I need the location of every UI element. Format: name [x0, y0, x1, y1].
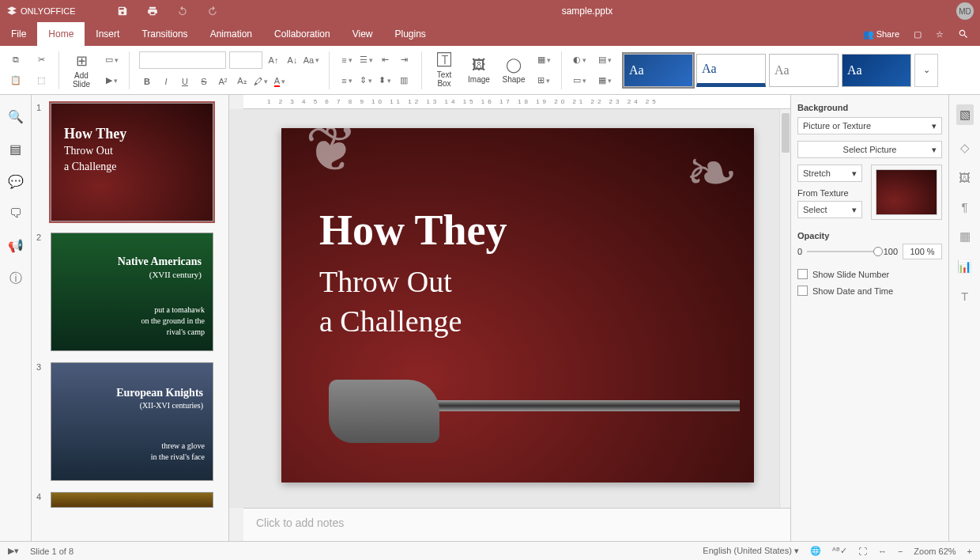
select-icon[interactable]: ⬚ [33, 73, 49, 89]
thumbnails-icon[interactable]: ▤ [9, 142, 21, 157]
theme-3[interactable]: Aa [769, 54, 839, 87]
shape-settings-icon[interactable]: ◇ [960, 141, 970, 155]
subscript-icon[interactable]: A₂ [234, 74, 250, 89]
slide-title-line1[interactable]: How They [319, 206, 507, 255]
texture-select[interactable]: Select▾ [797, 201, 862, 218]
increase-font-icon[interactable]: A↑ [266, 52, 281, 68]
text-box-button[interactable]: 🅃 Text Box [428, 51, 460, 89]
theme-1[interactable]: Aa [624, 54, 693, 87]
about-icon[interactable]: ⓘ [9, 271, 22, 287]
align-left-icon[interactable]: ≡ [339, 73, 355, 89]
tab-plugins[interactable]: Plugins [384, 22, 437, 46]
fit-width-icon[interactable]: ↔ [878, 547, 887, 556]
stretch-select[interactable]: Stretch▾ [797, 165, 862, 182]
font-size-select[interactable] [229, 51, 262, 69]
chart-settings-icon[interactable]: 📊 [957, 259, 972, 274]
tab-animation[interactable]: Animation [199, 22, 263, 46]
slide-panel[interactable]: 1 How They Throw Out a Challenge 2 Nativ… [32, 95, 229, 541]
shape-button[interactable]: ◯ Shape [498, 51, 530, 89]
valign-icon[interactable]: ⬍ [377, 73, 393, 89]
print-icon[interactable] [147, 6, 158, 17]
superscript-icon[interactable]: A² [215, 74, 231, 89]
presentation-mode-icon[interactable]: ▶▾ [8, 546, 19, 556]
indent-inc-icon[interactable]: ⇥ [396, 52, 412, 68]
slide-thumb-2[interactable]: Native Americans (XVII century) put a to… [51, 233, 213, 351]
copy-icon[interactable]: ⧉ [8, 52, 24, 68]
highlight-icon[interactable]: 🖍 [253, 74, 269, 89]
paste-icon[interactable]: 📋 [8, 73, 24, 89]
align-objects-icon[interactable]: ⊞ [536, 73, 552, 89]
table-settings-icon[interactable]: ▦ [959, 229, 971, 244]
show-date-time-checkbox[interactable]: Show Date and Time [797, 286, 942, 296]
shape-fill-icon[interactable]: ◐ [571, 52, 587, 68]
tab-transitions[interactable]: Transitions [130, 22, 198, 46]
paragraph-settings-icon[interactable]: ¶ [961, 200, 967, 214]
spellcheck-icon[interactable]: ᴬᴮ✓ [832, 546, 847, 556]
slide-settings-icon[interactable]: ▧ [956, 104, 974, 125]
opacity-slider[interactable] [807, 251, 879, 252]
tab-home[interactable]: Home [37, 22, 85, 46]
slide-size-icon[interactable]: ▭ [571, 73, 587, 89]
fill-type-select[interactable]: Picture or Texture▾ [797, 117, 942, 134]
opacity-input[interactable]: 100 % [903, 244, 942, 259]
chat-icon[interactable]: 🗨 [9, 206, 22, 221]
font-family-select[interactable] [139, 51, 226, 69]
slide-thumb-3[interactable]: European Knights (XII-XVI centuries) thr… [51, 362, 213, 481]
indent-dec-icon[interactable]: ⇤ [377, 52, 393, 68]
image-button[interactable]: 🖼 Image [463, 51, 495, 89]
slide-title-line3[interactable]: a Challenge [319, 304, 462, 339]
theme-more[interactable]: ⌄ [914, 54, 938, 87]
notes-area[interactable]: Click to add notes [243, 508, 790, 541]
italic-icon[interactable]: I [158, 74, 174, 89]
slide-thumb-1[interactable]: How They Throw Out a Challenge [51, 103, 213, 221]
canvas-scroll[interactable]: ❦ ❧ How They Throw Out a Challenge [229, 109, 790, 508]
redo-icon[interactable] [207, 6, 218, 17]
font-color-icon[interactable]: A [272, 74, 288, 89]
tab-file[interactable]: File [0, 22, 37, 46]
slide-thumb-4[interactable] [51, 492, 213, 508]
theme-4[interactable]: Aa [842, 54, 911, 87]
underline-icon[interactable]: U [177, 74, 193, 89]
feedback-icon[interactable]: 📢 [8, 238, 24, 253]
show-slide-number-checkbox[interactable]: Show Slide Number [797, 269, 942, 279]
strike-icon[interactable]: S [196, 74, 212, 89]
tab-view[interactable]: View [341, 22, 384, 46]
slide-title-line2[interactable]: Throw Out [319, 264, 452, 299]
play-icon[interactable]: ▶ [104, 73, 119, 89]
slide-canvas[interactable]: ❦ ❧ How They Throw Out a Challenge [281, 128, 754, 482]
theme-2[interactable]: Aa [696, 54, 766, 87]
search-icon[interactable] [958, 28, 969, 40]
user-avatar[interactable]: MD [956, 2, 974, 20]
favorite-icon[interactable]: ☆ [936, 29, 944, 40]
tab-insert[interactable]: Insert [85, 22, 130, 46]
comments-icon[interactable]: 💬 [8, 174, 24, 189]
zoom-level[interactable]: Zoom 62% [914, 547, 956, 556]
find-icon[interactable]: 🔍 [8, 109, 24, 124]
select-picture-button[interactable]: Select Picture▾ [797, 141, 942, 158]
undo-icon[interactable] [177, 6, 188, 17]
slide-settings-icon[interactable]: ▦ [597, 73, 612, 89]
line-spacing-icon[interactable]: ⇕ [358, 73, 374, 89]
arrange-icon[interactable]: ▦ [536, 52, 552, 68]
textart-settings-icon[interactable]: T [961, 289, 968, 303]
tab-collaboration[interactable]: Collaboration [263, 22, 341, 46]
zoom-in-icon[interactable]: + [967, 547, 972, 556]
language-selector[interactable]: English (United States) ▾ [703, 546, 799, 556]
set-language-icon[interactable]: 🌐 [810, 546, 821, 556]
change-case-icon[interactable]: Aa [303, 52, 319, 68]
columns-icon[interactable]: ▥ [396, 73, 412, 89]
zoom-out-icon[interactable]: − [898, 547, 903, 556]
image-settings-icon[interactable]: 🖼 [959, 171, 971, 184]
fit-page-icon[interactable]: ⛶ [858, 547, 867, 556]
vertical-scrollbar[interactable] [779, 109, 790, 508]
numbering-icon[interactable]: ☰ [358, 52, 374, 68]
cut-icon[interactable]: ✂ [33, 52, 49, 68]
layout-icon[interactable]: ▭ [104, 52, 119, 68]
add-slide-button[interactable]: ⊞ Add Slide [66, 51, 97, 89]
bold-icon[interactable]: B [139, 74, 155, 89]
save-icon[interactable] [117, 6, 128, 17]
bullets-icon[interactable]: ≡ [339, 52, 355, 68]
color-scheme-icon[interactable]: ▤ [597, 52, 612, 68]
open-location-icon[interactable]: ▢ [914, 29, 922, 40]
share-button[interactable]: 👥 Share [863, 29, 899, 40]
